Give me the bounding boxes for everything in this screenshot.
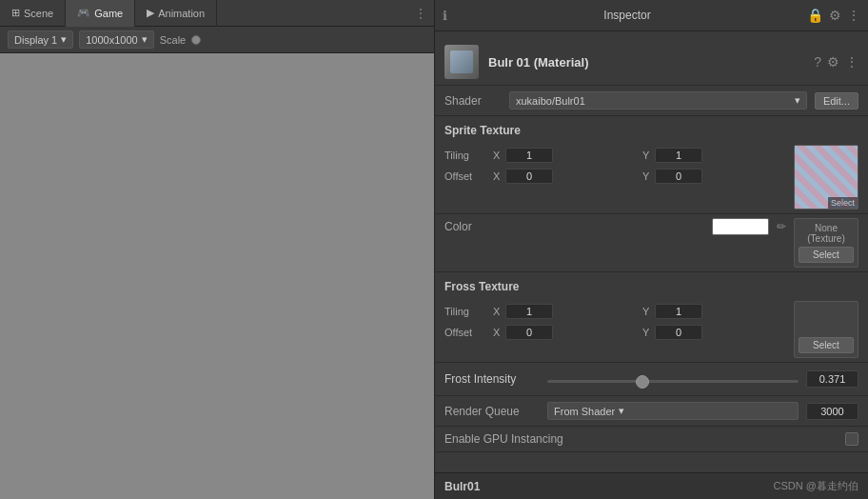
sprite-texture-select-label: Select	[828, 197, 858, 209]
sprite-tiling-y-field: Y	[642, 148, 786, 163]
display-label: Display 1	[14, 34, 57, 46]
sprite-texture-thumbnail[interactable]: Select	[794, 145, 858, 210]
fross-tiling-y-field: Y	[642, 304, 786, 319]
footer-credit: CSDN @暮走约伯	[774, 479, 858, 493]
display-dropdown[interactable]: Display 1 ▾	[8, 30, 73, 49]
none-label: None	[815, 223, 838, 233]
tab-game[interactable]: 🎮 Game	[66, 0, 135, 27]
inspector-content: Bulr 01 (Material) ? ⚙ ⋮ Shader xukaibo/…	[435, 31, 868, 472]
gpu-instancing-checkbox[interactable]	[845, 432, 858, 446]
shader-label: Shader	[444, 94, 502, 108]
animation-icon: ▶	[147, 7, 154, 19]
sprite-texture-fields: Tiling X Y	[435, 141, 868, 214]
info-icon: ℹ	[443, 9, 447, 23]
material-settings-button[interactable]: ⚙	[827, 54, 839, 70]
render-queue-label: Render Queue	[444, 405, 540, 418]
sprite-texture-inputs: Tiling X Y	[444, 145, 786, 210]
fross-texture-box: Select	[794, 301, 858, 358]
sprite-offset-x-input[interactable]	[505, 169, 553, 184]
scale-dot	[191, 35, 201, 45]
sprite-tiling-y-letter: Y	[642, 150, 652, 161]
sprite-offset-row: Offset X Y	[444, 166, 786, 187]
inspector-settings-icon[interactable]: ⚙	[829, 8, 841, 23]
frost-intensity-value[interactable]	[806, 370, 858, 388]
tab-animation[interactable]: ▶ Animation	[135, 0, 217, 27]
material-name: Bulr 01 (Material)	[488, 55, 804, 70]
color-label: Color	[444, 220, 704, 233]
sprite-tiling-y-input[interactable]	[655, 148, 702, 163]
material-more-button[interactable]: ⋮	[845, 54, 858, 70]
color-texture-box: None (Texture) Select	[794, 218, 858, 268]
sprite-offset-xy: X Y	[493, 169, 786, 184]
viewport-tab-bar: ⊞ Scene 🎮 Game ▶ Animation ⋮	[0, 0, 434, 27]
fross-tiling-y-letter: Y	[642, 306, 652, 317]
sprite-tiling-x-letter: X	[493, 150, 503, 161]
tab-scene-label: Scene	[24, 8, 53, 19]
viewport-more-button[interactable]: ⋮	[407, 7, 434, 20]
sprite-tiling-row: Tiling X Y	[444, 145, 786, 166]
material-help-button[interactable]: ?	[814, 54, 821, 70]
color-swatch[interactable]	[712, 218, 769, 235]
sprite-texture-label: Sprite Texture	[435, 116, 868, 141]
sprite-tiling-xy: X Y	[493, 148, 786, 163]
fross-texture-label: Fross Texture	[435, 272, 868, 297]
scale-label: Scale	[160, 34, 187, 46]
fross-texture-section: Fross Texture Tiling X	[435, 272, 868, 363]
render-queue-number-input[interactable]	[806, 403, 858, 420]
shader-chevron-icon: ▾	[795, 94, 800, 107]
render-queue-dropdown[interactable]: From Shader ▾	[547, 402, 799, 420]
fross-offset-label: Offset	[444, 327, 487, 338]
fross-tiling-x-input[interactable]	[505, 304, 553, 319]
resolution-dropdown[interactable]: 1000x1000 ▾	[79, 30, 153, 49]
fross-offset-x-letter: X	[493, 327, 503, 338]
fross-select-button[interactable]: Select	[799, 337, 854, 353]
fross-texture-inputs: Tiling X Y	[444, 301, 786, 358]
fross-offset-y-field: Y	[642, 325, 786, 340]
inspector-more-icon[interactable]: ⋮	[847, 8, 860, 23]
render-queue-chevron-icon: ▾	[619, 405, 624, 417]
frost-intensity-slider-wrap	[547, 372, 799, 386]
material-header: Bulr 01 (Material) ? ⚙ ⋮	[435, 39, 868, 86]
sprite-offset-y-field: Y	[642, 169, 786, 184]
sprite-offset-y-input[interactable]	[655, 169, 702, 184]
footer-asset-name: Bulr01	[444, 480, 480, 493]
sprite-offset-x-field: X	[493, 169, 637, 184]
fross-offset-x-input[interactable]	[505, 325, 553, 340]
color-select-button[interactable]: Select	[799, 247, 854, 263]
fross-tiling-y-input[interactable]	[655, 304, 702, 319]
fross-tiling-x-letter: X	[493, 306, 503, 317]
fross-tiling-x-field: X	[493, 304, 637, 319]
shader-dropdown[interactable]: xukaibo/Bulr01 ▾	[509, 91, 807, 110]
resolution-chevron-icon: ▾	[142, 33, 148, 46]
frost-intensity-row: Frost Intensity	[435, 363, 868, 396]
resolution-label: 1000x1000	[86, 34, 137, 46]
gpu-instancing-row: Enable GPU Instancing	[435, 427, 868, 452]
fross-offset-y-input[interactable]	[655, 325, 702, 340]
fross-offset-x-field: X	[493, 325, 637, 340]
sprite-texture-section: Sprite Texture Tiling X	[435, 116, 868, 214]
sprite-offset-label: Offset	[444, 170, 487, 182]
material-header-actions: ? ⚙ ⋮	[814, 54, 858, 70]
sprite-tiling-label: Tiling	[444, 150, 487, 161]
sprite-offset-x-letter: X	[493, 170, 503, 182]
inspector-title: Inspector	[453, 9, 801, 22]
game-icon: 🎮	[77, 7, 90, 19]
frost-intensity-slider[interactable]	[547, 380, 799, 383]
fross-tiling-row: Tiling X Y	[444, 301, 786, 322]
color-picker-icon[interactable]: ✏	[777, 220, 786, 233]
material-icon	[444, 45, 479, 79]
fross-tiling-xy: X Y	[493, 304, 786, 319]
fross-tiling-label: Tiling	[444, 306, 487, 317]
color-row: Color ✏	[444, 218, 786, 235]
sprite-tiling-x-field: X	[493, 148, 637, 163]
lock-icon[interactable]: 🔒	[807, 8, 823, 23]
sprite-tiling-x-input[interactable]	[505, 148, 553, 163]
texture-label: (Texture)	[807, 233, 844, 244]
fross-offset-xy: X Y	[493, 325, 786, 340]
tab-scene[interactable]: ⊞ Scene	[0, 0, 66, 27]
shader-row: Shader xukaibo/Bulr01 ▾ Edit...	[435, 86, 868, 116]
viewport-panel: ⊞ Scene 🎮 Game ▶ Animation ⋮ Displa	[0, 0, 434, 499]
frost-intensity-label: Frost Intensity	[444, 372, 540, 386]
scene-icon: ⊞	[11, 7, 20, 19]
edit-shader-button[interactable]: Edit...	[815, 92, 858, 110]
